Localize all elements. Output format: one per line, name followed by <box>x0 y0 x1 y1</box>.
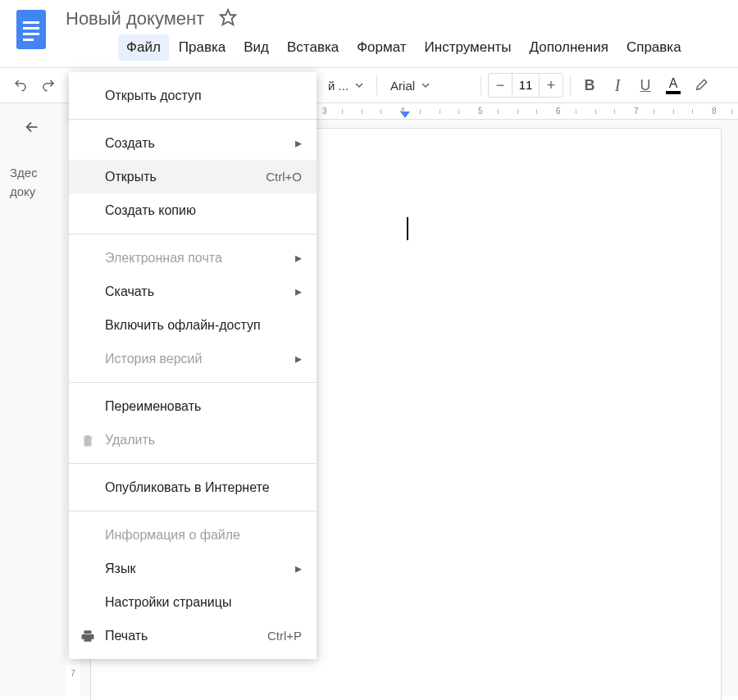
svg-rect-1 <box>23 21 39 24</box>
menu-make-copy[interactable]: Создать копию <box>69 193 317 227</box>
menu-tools[interactable]: Инструменты <box>417 34 520 61</box>
paragraph-style-dropdown[interactable]: й ... <box>321 73 370 98</box>
chevron-right-icon: ▸ <box>295 351 302 366</box>
outline-placeholder-line2: доку <box>10 183 56 202</box>
menu-print[interactable]: ПечатьCtrl+P <box>69 619 317 652</box>
menu-addons[interactable]: Дополнения <box>522 34 617 61</box>
document-title[interactable]: Новый документ <box>66 8 204 30</box>
menu-help[interactable]: Справка <box>618 34 690 61</box>
font-family-dropdown[interactable]: Arial <box>384 73 474 98</box>
menubar: Файл Правка Вид Вставка Формат Инструмен… <box>118 30 725 67</box>
menu-share[interactable]: Открыть доступ <box>69 79 317 112</box>
menu-email[interactable]: Электронная почта▸ <box>69 241 317 275</box>
back-arrow-icon[interactable] <box>23 118 56 139</box>
menu-download[interactable]: Скачать▸ <box>69 275 317 308</box>
menu-file[interactable]: Файл <box>118 34 169 61</box>
menu-view[interactable]: Вид <box>235 34 277 61</box>
menu-language[interactable]: Язык▸ <box>69 552 317 585</box>
svg-rect-4 <box>23 39 34 41</box>
menu-open[interactable]: ОткрытьCtrl+O <box>69 160 317 193</box>
italic-button[interactable]: I <box>605 73 630 98</box>
highlight-button[interactable] <box>689 73 713 98</box>
outline-panel: Здес доку <box>0 103 66 697</box>
menu-delete[interactable]: Удалить <box>69 423 317 457</box>
bold-button[interactable]: B <box>577 73 602 98</box>
star-icon[interactable] <box>219 8 237 30</box>
chevron-right-icon: ▸ <box>295 284 302 299</box>
font-size-increase-button[interactable]: + <box>540 74 563 97</box>
outline-placeholder-line1: Здес <box>10 164 56 183</box>
text-cursor <box>407 217 408 240</box>
chevron-right-icon: ▸ <box>295 135 302 151</box>
menu-offline[interactable]: Включить офлайн-доступ <box>69 308 317 342</box>
docs-logo-icon[interactable] <box>13 8 49 51</box>
font-size-input[interactable]: 11 <box>512 74 540 97</box>
svg-rect-3 <box>23 33 39 35</box>
print-icon <box>79 629 97 643</box>
menu-insert[interactable]: Вставка <box>279 34 347 61</box>
chevron-down-icon <box>421 81 430 89</box>
trash-icon <box>79 433 97 448</box>
svg-rect-2 <box>23 27 39 30</box>
menu-create[interactable]: Создать▸ <box>69 126 317 160</box>
font-size-control: − 11 + <box>488 73 563 98</box>
file-menu-dropdown: Открыть доступ Создать▸ ОткрытьCtrl+O Со… <box>69 72 317 659</box>
menu-publish[interactable]: Опубликовать в Интернете <box>69 470 317 504</box>
menu-rename[interactable]: Переименовать <box>69 389 317 423</box>
underline-button[interactable]: U <box>633 73 658 98</box>
menu-file-info[interactable]: Информация о файле <box>69 518 317 552</box>
font-size-decrease-button[interactable]: − <box>489 74 512 97</box>
text-color-button[interactable]: A <box>661 73 686 98</box>
menu-format[interactable]: Формат <box>348 34 414 61</box>
undo-button[interactable] <box>8 73 33 98</box>
chevron-right-icon: ▸ <box>295 561 302 576</box>
redo-button[interactable] <box>36 73 61 98</box>
menu-edit[interactable]: Правка <box>171 34 234 61</box>
chevron-right-icon: ▸ <box>295 250 302 266</box>
menu-page-setup[interactable]: Настройки страницы <box>69 585 317 619</box>
menu-version-history[interactable]: История версий▸ <box>69 342 317 375</box>
chevron-down-icon <box>355 81 363 89</box>
svg-marker-5 <box>221 10 235 25</box>
